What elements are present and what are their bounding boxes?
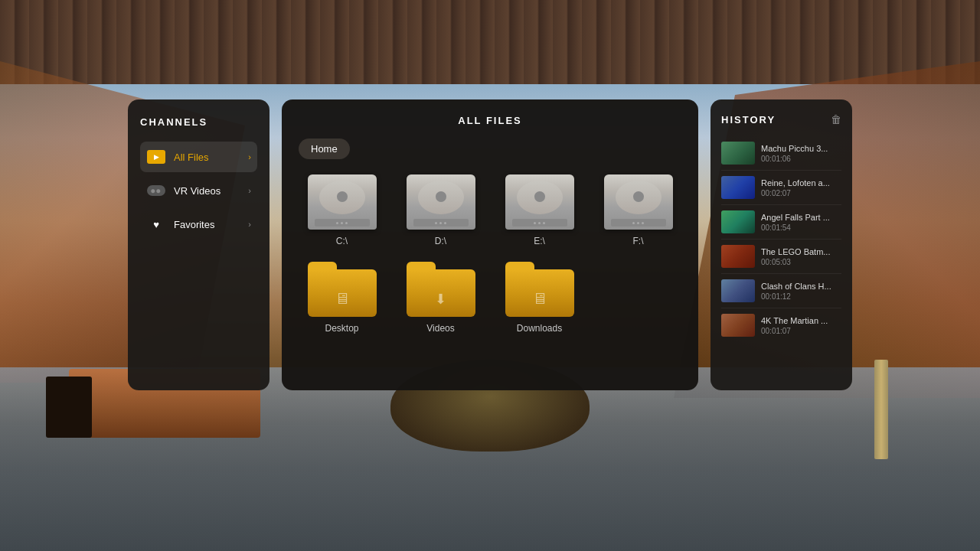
folder-downloads[interactable]: 🖥 Downloads [496,262,583,334]
drive-c-icon [308,174,377,230]
history-header: HISTORY 🗑 [721,113,841,126]
history-info: Angel Falls Part ... 00:01:54 [761,213,841,232]
drive-e-label: E:\ [534,236,545,246]
drive-dot [543,222,545,224]
history-name: Clash of Clans H... [761,282,841,291]
history-thumb-lego [721,245,755,268]
drive-bottom [413,219,469,227]
drive-dot [336,222,338,224]
drive-d[interactable]: D:\ [397,174,484,246]
drive-e[interactable]: E:\ [496,174,583,246]
dark-box [46,377,92,438]
history-duration: 00:01:07 [761,327,841,335]
drive-e-icon [505,174,574,230]
history-title: HISTORY [721,114,776,126]
heart-icon-shape: ♥ [149,217,163,231]
all-files-label: All Files [174,152,209,163]
drive-dot [439,222,442,224]
drive-bottom [315,219,370,227]
drive-bottom [611,219,666,227]
history-duration: 00:01:06 [761,155,841,163]
channel-item-left: VR Videos [146,183,220,198]
history-duration: 00:02:07 [761,189,841,197]
desktop-symbol: 🖥 [335,290,350,308]
drive-c[interactable]: C:\ [299,174,385,246]
history-info: 4K The Martian ... 00:01:07 [761,316,841,335]
folder-desktop[interactable]: 🖥 Desktop [299,262,385,334]
sidebar-item-vr-videos[interactable]: VR Videos › [140,175,257,206]
history-name: Angel Falls Part ... [761,213,841,222]
folder-videos-icon: ⬇ [407,262,475,317]
folder-downloads-label: Downloads [517,323,562,334]
folder-videos[interactable]: ⬇ Videos [397,262,484,334]
history-thumb-clash [721,279,755,302]
history-item-4[interactable]: Clash of Clans H... 00:01:12 [721,274,841,308]
history-duration: 00:01:12 [761,292,841,301]
history-thumb-machu [721,142,755,165]
vr-videos-label: VR Videos [174,185,220,197]
files-panel: ALL FILES Home C:\ [282,99,698,390]
sidebar-item-favorites[interactable]: ♥ Favorites › [140,209,257,240]
drive-d-label: D:\ [435,236,446,246]
speaker [874,360,888,459]
drive-dot [642,222,644,224]
drive-dot [444,222,446,224]
favorites-label: Favorites [174,219,214,230]
ceiling-decoration [0,0,980,84]
drive-f-label: F:\ [633,236,644,246]
folder-body: ⬇ [407,269,475,317]
history-name: Machu Picchu 3... [761,144,841,153]
drive-bottom [512,219,567,227]
history-item-0[interactable]: Machu Picchu 3... 00:01:06 [721,136,841,171]
folder-desktop-label: Desktop [325,323,358,334]
history-name: 4K The Martian ... [761,316,841,325]
channels-title: CHANNELS [140,116,257,128]
drive-dot [534,222,536,224]
drive-c-label: C:\ [336,236,348,246]
panels-container: CHANNELS All Files › VR Videos › [128,99,852,390]
sidebar-item-all-files[interactable]: All Files › [140,142,257,172]
drive-d-icon [407,174,475,230]
downloads-symbol: 🖥 [532,290,547,308]
channel-item-left: ♥ Favorites [146,217,214,232]
chevron-icon: › [248,186,251,195]
history-item-2[interactable]: Angel Falls Part ... 00:01:54 [721,205,841,240]
history-duration: 00:01:54 [761,223,841,232]
channel-item-left: All Files [146,149,209,165]
history-info: The LEGO Batm... 00:05:03 [761,247,841,266]
history-name: The LEGO Batm... [761,247,841,256]
files-title: ALL FILES [299,115,681,126]
drives-grid: C:\ D:\ [299,174,681,246]
download-symbol: ⬇ [435,291,446,308]
history-item-5[interactable]: 4K The Martian ... 00:01:07 [721,308,841,342]
folder-desktop-icon: 🖥 [308,262,377,317]
play-icon [146,149,166,165]
folder-downloads-icon: 🖥 [505,262,574,317]
chevron-icon: › [248,220,251,229]
channels-panel: CHANNELS All Files › VR Videos › [128,99,270,390]
history-item-3[interactable]: The LEGO Batm... 00:05:03 [721,240,841,274]
history-duration: 00:05:03 [761,258,841,266]
history-info: Reine, Lofoten a... 00:02:07 [761,178,841,197]
trash-icon[interactable]: 🗑 [831,113,841,126]
drive-f-icon [604,174,673,230]
history-info: Machu Picchu 3... 00:01:06 [761,144,841,163]
folder-body: 🖥 [308,269,377,317]
folder-body: 🖥 [505,269,574,317]
chevron-icon: › [248,152,251,161]
folder-videos-label: Videos [426,323,454,334]
history-thumb-angel [721,210,755,233]
vr-icon [146,183,166,198]
drive-f[interactable]: F:\ [595,174,681,246]
history-panel: HISTORY 🗑 Machu Picchu 3... 00:01:06 Rei… [710,99,852,390]
history-thumb-lofoten [721,176,755,199]
history-thumb-martian [721,314,755,337]
folders-grid: 🖥 Desktop ⬇ Videos 🖥 [299,262,681,334]
drive-dot [637,222,639,224]
breadcrumb[interactable]: Home [299,139,350,159]
drive-dot [538,222,541,224]
history-item-1[interactable]: Reine, Lofoten a... 00:02:07 [721,171,841,205]
history-info: Clash of Clans H... 00:01:12 [761,282,841,301]
drive-dot [632,222,635,224]
history-name: Reine, Lofoten a... [761,178,841,187]
